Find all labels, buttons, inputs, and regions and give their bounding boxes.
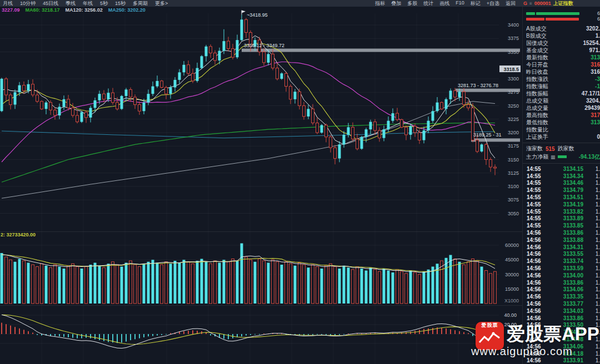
tab-15秒[interactable]: 15秒 [115,0,126,7]
tick-time: 14:55 [527,209,552,215]
field-value: 316 [591,69,600,75]
svg-text:3100: 3100 [508,184,519,189]
ma-legend-item-0: 3227.09 [2,7,20,13]
tick-row: 14:553134.341. [523,173,600,180]
quote-field-row: 最高指数317 [523,112,600,119]
field-label: A股成交 [526,25,547,33]
field-value: 29439 [584,105,600,111]
quote-field-row: 上证换手0 [523,133,600,140]
menu-F10[interactable]: F10 [456,0,464,7]
tab-10分钟[interactable]: 10分钟 [20,0,36,7]
field-label: 上证换手 [526,133,548,141]
ma-legend-item-1: MA60: 3218.17 [26,7,60,13]
menu-+自选[interactable]: +自选 [487,0,499,7]
menu-指标[interactable]: 指标 [375,0,385,7]
watermark-logo: 爱股票 爱股票APP www.aigupiao.com [470,321,600,363]
strength-bar-row: 6 [526,11,600,16]
tick-row: 14:553134.191. [523,201,600,208]
field-label: 指数涨跌 [526,75,548,83]
field-label: 最新指数 [526,54,548,62]
tick-time: 14:56 [527,301,552,307]
tick-price: 3134.03 [552,308,591,314]
field-value: 3202. [586,26,600,32]
tick-volume: 1. [591,308,600,314]
advancers-value: 515 [546,146,555,152]
svg-text:3125: 3125 [508,170,519,176]
tick-price: 3133.35 [552,294,591,300]
symbol-code: 000001 [534,1,551,6]
tick-price: 3134.34 [552,173,591,179]
tick-price: 3133.86 [552,315,591,321]
tick-volume: 1. [591,280,600,286]
menu-画线[interactable]: 画线 [439,0,449,7]
tick-volume: 1. [591,201,600,208]
tick-time: 14:55 [527,215,552,221]
tick-price: 3134.31 [552,244,591,250]
tick-time: 14:56 [527,315,552,321]
field-label: 今日开盘 [526,61,548,69]
tick-time: 14:56 [527,237,552,243]
symbol-header[interactable]: G ≡ 000001 上证指数 [521,0,600,7]
menu-多股[interactable]: 多股 [407,0,417,7]
quote-field-row: 今日开盘316 [523,61,600,68]
svg-text:45000: 45000 [505,257,519,262]
svg-text:3175: 3175 [508,143,519,149]
tick-time: 14:56 [527,251,552,257]
menu-返回[interactable]: 返回 [506,0,516,7]
tab-45日线[interactable]: 45日线 [43,0,58,7]
tick-volume: 1. [591,166,600,172]
tick-time: 14:56 [527,280,552,286]
tick-row: 14:553134.151. [523,165,600,173]
tab-月线[interactable]: 月线 [3,0,13,7]
svg-text:~3418.95: ~3418.95 [247,12,268,18]
svg-text:3225: 3225 [508,117,519,122]
strength-bar-value: 6 [597,11,600,16]
signal-g-icon: G [523,1,527,6]
ma-legend-item-3: MA250: 3202.20 [108,7,146,13]
tick-price: 3134.15 [552,166,591,172]
strength-bar-row: 6 [526,16,600,22]
quote-panel: 66 A股成交3202.B股成交1.国债成交15254.基金成交971.最新指数… [522,7,600,364]
tick-price: 3133.77 [552,301,591,307]
quote-field-row: 最新指数313 [523,54,600,61]
field-value: 313 [591,54,600,60]
tick-price: 3134.06 [552,286,591,292]
menu-统计[interactable]: 统计 [423,0,433,7]
field-label: 指数量比 [526,126,548,134]
field-value: 3204. [586,98,600,104]
tick-time: 14:56 [527,265,552,271]
tick-time: 14:55 [527,194,552,200]
tab-年线[interactable]: 年线 [83,0,93,7]
svg-text:30000: 30000 [505,272,519,277]
field-value: 0 [597,134,600,140]
tick-volume: 1. [591,251,600,257]
tick-row: 14:553134.791. [523,186,600,194]
field-value: 15254. [583,40,600,46]
tab-季线[interactable]: 季线 [66,0,76,7]
field-value: -1 [595,83,600,89]
field-label: 最高指数 [526,112,548,119]
watermark-url: www.aigupiao.com [471,345,600,358]
menu-标记[interactable]: 标记 [471,0,481,7]
svg-text:3050: 3050 [508,211,519,216]
menu-叠加[interactable]: 叠加 [391,0,401,7]
tab-5秒[interactable]: 5秒 [100,0,108,7]
tick-time: 14:56 [527,308,552,314]
tab-多周期[interactable]: 多周期 [133,0,148,7]
tick-price: 3133.85 [552,223,591,229]
main-chart[interactable]: 3400337533503300327532503225320031753150… [0,0,522,364]
field-value: 313 [591,119,600,125]
tick-volume: 1. [591,286,600,292]
tab-更多>[interactable]: 更多> [155,0,168,7]
svg-text:3281.73 - 3276.78: 3281.73 - 3276.78 [458,83,498,88]
field-value: 317 [591,112,600,118]
app-icon-text: 爱股票 [476,322,504,329]
quote-field-row: 最低指数313 [523,119,600,126]
quote-field-row: 指数涨幅-1 [523,83,600,90]
tick-row: 14:563133.861. [523,279,600,286]
tick-volume: 1. [591,272,600,279]
tick-time: 14:55 [527,180,552,186]
strength-bar-segment [536,12,579,15]
tick-row: 14:563133.351. [523,293,600,300]
symbol-name: 上证指数 [553,0,573,7]
